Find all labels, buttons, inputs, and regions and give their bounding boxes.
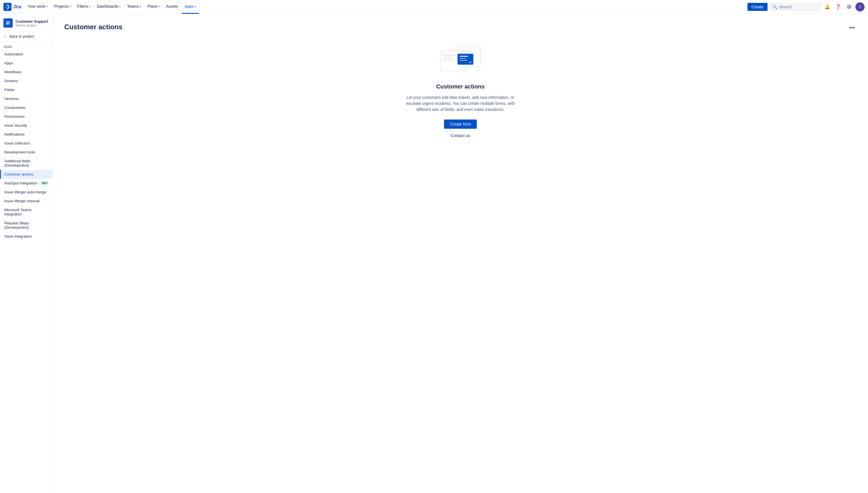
chevron-down-icon: ▾ bbox=[46, 5, 48, 8]
chevron-down-icon: ▾ bbox=[195, 5, 196, 8]
sidebar-item-development-tools[interactable]: Development tools bbox=[0, 148, 52, 156]
main-layout: Customer Support Service project ← Back … bbox=[0, 14, 868, 493]
back-to-project[interactable]: ← Back to project bbox=[0, 31, 52, 42]
sidebar-item-issue-merger-auto[interactable]: Issue Merger auto-merge bbox=[0, 188, 52, 196]
project-icon bbox=[3, 18, 13, 27]
create-button[interactable]: Create bbox=[748, 3, 768, 11]
chevron-down-icon: ▾ bbox=[89, 5, 90, 8]
empty-state-description: Let your customers edit their tickets, a… bbox=[406, 94, 515, 113]
page-header: Customer actions ••• bbox=[64, 23, 856, 32]
illustration bbox=[437, 44, 483, 75]
user-avatar[interactable]: J bbox=[855, 2, 865, 12]
search-icon: 🔍 bbox=[772, 5, 777, 9]
sidebar-item-issue-collectors[interactable]: Issue collectors bbox=[0, 139, 52, 148]
svg-rect-14 bbox=[460, 60, 467, 61]
create-form-button[interactable]: Create form bbox=[444, 120, 477, 129]
project-type: Service project bbox=[16, 24, 48, 27]
svg-rect-9 bbox=[442, 57, 453, 58]
chevron-down-icon: ▾ bbox=[119, 5, 120, 8]
nav-your-work[interactable]: Your work ▾ bbox=[25, 0, 50, 14]
chevron-down-icon: ▾ bbox=[158, 5, 160, 8]
sidebar-item-issue-merger-manual[interactable]: Issue Merger manual bbox=[0, 196, 52, 206]
sidebar-item-components[interactable]: Components bbox=[0, 103, 52, 112]
chevron-down-icon: ▾ bbox=[69, 5, 71, 8]
sidebar-item-fields[interactable]: Fields bbox=[0, 85, 52, 94]
empty-state: Customer actions Let your customers edit… bbox=[64, 44, 856, 138]
sidebar-item-request-steps[interactable]: Request Steps (Development) bbox=[0, 219, 52, 232]
more-options-button[interactable]: ••• bbox=[847, 23, 856, 32]
sidebar-item-customer-actions[interactable]: Customer actions bbox=[0, 170, 52, 179]
sidebar-item-issue-security[interactable]: Issue security bbox=[0, 121, 52, 130]
svg-rect-10 bbox=[442, 60, 455, 61]
sidebar-item-hubspot[interactable]: HubSpot Integration DEV bbox=[0, 179, 52, 188]
nav-dashboards[interactable]: Dashboards ▾ bbox=[94, 0, 124, 14]
topnav-actions: Create 🔍 Search 🔔 ❓ ⚙️ J bbox=[748, 2, 865, 12]
nav-assets[interactable]: Assets bbox=[163, 0, 181, 14]
project-info: Customer Support Service project bbox=[16, 19, 48, 27]
sidebar-item-ms-teams[interactable]: Microsoft Teams integration bbox=[0, 206, 52, 219]
sidebar-item-slack[interactable]: Slack integration bbox=[0, 232, 52, 241]
sidebar-project: Customer Support Service project bbox=[0, 14, 52, 31]
nav-teams[interactable]: Teams ▾ bbox=[124, 0, 144, 14]
page-title: Customer actions bbox=[64, 23, 122, 31]
nav-filters[interactable]: Filters ▾ bbox=[74, 0, 93, 14]
settings-button[interactable]: ⚙️ bbox=[844, 2, 854, 12]
sidebar-item-automation[interactable]: Automation bbox=[0, 50, 52, 59]
sidebar-item-notifications[interactable]: Notifications bbox=[0, 130, 52, 139]
sidebar-item-workflows[interactable]: Workflows bbox=[0, 67, 52, 77]
notifications-button[interactable]: 🔔 bbox=[823, 2, 832, 12]
svg-rect-13 bbox=[460, 58, 466, 59]
main-content: Customer actions ••• bbox=[53, 14, 868, 493]
contact-us-link[interactable]: Contact us bbox=[451, 133, 470, 138]
nav-apps[interactable]: Apps ▾ bbox=[182, 0, 199, 14]
more-dots-icon: ••• bbox=[849, 24, 855, 31]
sidebar-section-label: JENS bbox=[0, 42, 52, 50]
sidebar-item-versions[interactable]: Versions bbox=[0, 94, 52, 103]
back-arrow-icon: ← bbox=[3, 34, 7, 39]
jira-logo-text: Jira bbox=[13, 4, 21, 9]
sidebar-item-apps[interactable]: Apps bbox=[0, 59, 52, 67]
sidebar-item-additional-fields[interactable]: Additional fields (Development) bbox=[0, 156, 52, 170]
nav-links: Your work ▾ Projects ▾ Filters ▾ Dashboa… bbox=[25, 0, 746, 14]
nav-projects[interactable]: Projects ▾ bbox=[51, 0, 74, 14]
svg-point-15 bbox=[469, 61, 471, 64]
dev-badge: DEV bbox=[40, 181, 49, 185]
chevron-down-icon: ▾ bbox=[140, 5, 141, 8]
sidebar-item-screens[interactable]: Screens bbox=[0, 77, 52, 85]
top-navigation: Jira Your work ▾ Projects ▾ Filters ▾ Da… bbox=[0, 0, 868, 14]
sidebar: Customer Support Service project ← Back … bbox=[0, 14, 53, 493]
help-button[interactable]: ❓ bbox=[833, 2, 843, 12]
sidebar-item-permissions[interactable]: Permissions bbox=[0, 112, 52, 121]
jira-logo[interactable]: Jira bbox=[3, 3, 21, 11]
nav-plans[interactable]: Plans ▾ bbox=[145, 0, 163, 14]
customer-actions-illustration bbox=[437, 44, 483, 75]
project-name: Customer Support bbox=[16, 19, 48, 24]
empty-state-title: Customer actions bbox=[436, 83, 485, 90]
svg-rect-12 bbox=[460, 56, 468, 57]
jira-logo-icon bbox=[3, 3, 12, 11]
search-box[interactable]: 🔍 Search bbox=[769, 3, 821, 10]
svg-rect-8 bbox=[442, 54, 457, 56]
